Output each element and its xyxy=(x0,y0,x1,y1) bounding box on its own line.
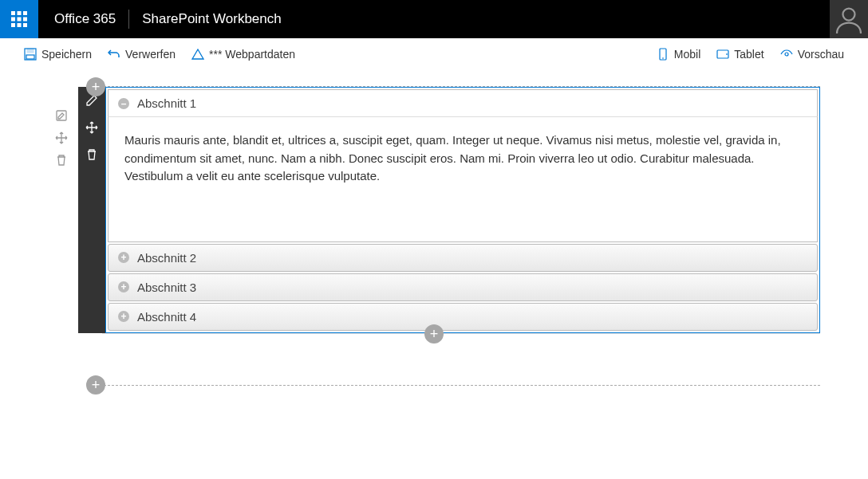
expand-icon: + xyxy=(118,252,129,263)
svg-rect-7 xyxy=(18,23,22,27)
expand-icon: + xyxy=(118,311,129,322)
svg-rect-4 xyxy=(18,18,22,22)
accordion-header-4[interactable]: + Abschnitt 4 xyxy=(108,303,818,331)
webpartdata-label: *** Webpartdaten xyxy=(209,48,295,61)
webpartdata-button[interactable]: *** Webpartdaten xyxy=(183,41,303,67)
save-icon xyxy=(24,48,37,61)
webpart-delete-button[interactable] xyxy=(78,141,105,168)
svg-point-9 xyxy=(843,9,855,21)
accordion-title-3: Abschnitt 3 xyxy=(137,281,196,294)
undo-icon xyxy=(108,48,120,61)
save-label: Speichern xyxy=(41,48,92,61)
tablet-label: Tablet xyxy=(734,48,763,61)
top-bar: Office 365 SharePoint Workbench xyxy=(0,0,868,38)
accordion-body-1: Mauris mauris ante, blandit et, ultrices… xyxy=(108,117,818,242)
section-divider-bottom xyxy=(96,385,820,386)
user-avatar[interactable] xyxy=(830,0,868,38)
svg-rect-5 xyxy=(23,18,27,22)
webpart-divider xyxy=(102,333,820,334)
app-title: SharePoint Workbench xyxy=(142,11,282,27)
edit-icon[interactable] xyxy=(55,109,68,122)
svg-rect-12 xyxy=(26,55,34,59)
webpart: – Abschnitt 1 Mauris mauris ante, blandi… xyxy=(105,87,820,333)
add-section-button-top[interactable]: + xyxy=(86,77,105,96)
move-icon[interactable] xyxy=(55,132,68,144)
accordion: – Abschnitt 1 Mauris mauris ante, blandi… xyxy=(108,89,818,331)
command-bar: Speichern Verwerfen *** Webpartdaten Mob… xyxy=(0,38,868,70)
expand-icon: + xyxy=(118,281,129,293)
topbar-divider xyxy=(128,10,129,29)
save-button[interactable]: Speichern xyxy=(16,41,100,67)
svg-rect-6 xyxy=(11,23,15,27)
preview-label: Vorschau xyxy=(798,48,844,61)
discard-button[interactable]: Verwerfen xyxy=(100,41,183,67)
eye-icon xyxy=(780,48,793,61)
brand-label: Office 365 xyxy=(38,11,116,27)
mobile-label: Mobil xyxy=(674,48,700,61)
accordion-title-2: Abschnitt 2 xyxy=(137,251,196,265)
tablet-icon xyxy=(716,48,729,61)
webpart-move-button[interactable] xyxy=(78,114,105,141)
preview-button[interactable]: Vorschau xyxy=(772,41,852,67)
zone-tools xyxy=(48,87,75,333)
accordion-title-4: Abschnitt 4 xyxy=(137,310,196,324)
mobile-icon xyxy=(657,48,669,61)
tablet-button[interactable]: Tablet xyxy=(708,41,771,67)
svg-rect-2 xyxy=(23,11,27,15)
canvas: + – Abschnitt 1 Mauris mauris ant xyxy=(0,70,868,386)
svg-rect-3 xyxy=(11,18,15,22)
waffle-icon xyxy=(11,11,27,27)
accordion-title-1: Abschnitt 1 xyxy=(137,96,196,110)
accordion-header-3[interactable]: + Abschnitt 3 xyxy=(108,273,818,301)
svg-point-17 xyxy=(785,53,788,56)
person-icon xyxy=(834,5,863,33)
mobile-button[interactable]: Mobil xyxy=(649,41,708,67)
webpart-tools xyxy=(78,87,105,333)
accordion-header-2[interactable]: + Abschnitt 2 xyxy=(108,244,818,272)
svg-rect-1 xyxy=(18,11,22,15)
triangle-icon xyxy=(191,48,204,61)
collapse-icon: – xyxy=(118,98,129,109)
svg-rect-11 xyxy=(27,49,34,53)
accordion-header-1[interactable]: – Abschnitt 1 xyxy=(108,89,818,117)
add-section-button-bottom[interactable]: + xyxy=(86,375,105,395)
discard-label: Verwerfen xyxy=(125,48,176,61)
app-launcher[interactable] xyxy=(0,0,38,38)
svg-rect-0 xyxy=(11,11,15,15)
trash-icon[interactable] xyxy=(55,154,68,167)
svg-rect-8 xyxy=(23,23,27,27)
add-webpart-button[interactable]: + xyxy=(424,324,444,344)
